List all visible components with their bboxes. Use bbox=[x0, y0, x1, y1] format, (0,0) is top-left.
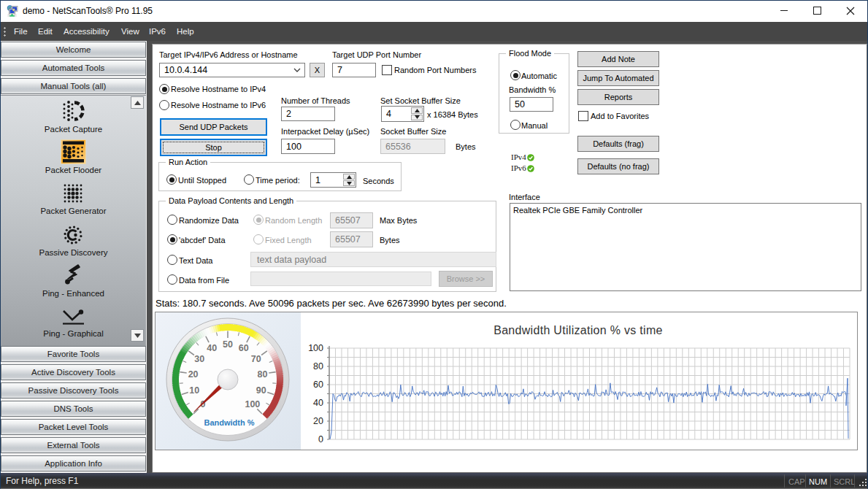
svg-text:20: 20 bbox=[313, 416, 323, 426]
svg-text:60: 60 bbox=[313, 380, 323, 390]
svg-text:30: 30 bbox=[194, 354, 204, 364]
svg-text:100: 100 bbox=[245, 399, 260, 409]
svg-text:0: 0 bbox=[318, 434, 323, 444]
svg-text:60: 60 bbox=[239, 343, 249, 353]
svg-text:10: 10 bbox=[189, 385, 199, 396]
svg-text:Bandwidth Utilization % vs tim: Bandwidth Utilization % vs time bbox=[493, 324, 663, 336]
svg-text:50: 50 bbox=[223, 339, 233, 350]
svg-text:80: 80 bbox=[313, 361, 323, 371]
svg-text:90: 90 bbox=[256, 385, 266, 396]
svg-text:70: 70 bbox=[251, 354, 261, 364]
svg-text:100: 100 bbox=[308, 343, 323, 353]
svg-text:Bandwidth %: Bandwidth % bbox=[204, 418, 254, 427]
svg-text:80: 80 bbox=[257, 369, 267, 380]
svg-text:20: 20 bbox=[188, 369, 199, 380]
svg-text:40: 40 bbox=[207, 343, 217, 353]
svg-text:40: 40 bbox=[313, 398, 323, 408]
